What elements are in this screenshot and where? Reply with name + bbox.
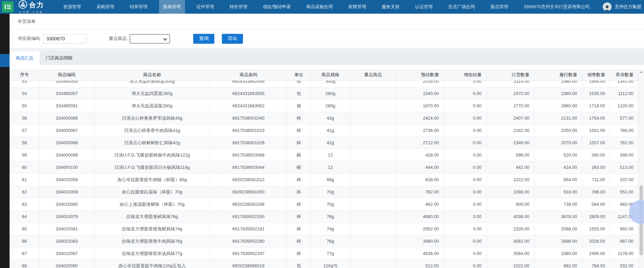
tab[interactable]: 商品汇总 [10,51,40,65]
cell-stock-qty: 1112.00 [610,88,638,99]
table-row[interactable]: 53333490053博大无盐钙铁锌面300g6924331682459包300… [10,81,644,88]
cell-seq: 59 [10,149,40,161]
cell-unit: 杯 [287,211,311,223]
column-header-product-name: 商品名称 [94,69,210,80]
cell-product-code: 334000086 [40,112,94,124]
cell-estimate-qty: 4680.00 [396,211,444,223]
nav-item[interactable]: 服务支持 [377,0,403,14]
table-row[interactable]: 62334010059农心拉面辣白菜味（杯面）70g6920238081050杯… [10,186,644,198]
nav-item[interactable]: 认证管理 [411,0,437,14]
cell-fulfilled-qty: 2960.00 [534,81,582,87]
cell-unit: 杯 [287,124,311,136]
cell-barcode: 6917935002150 [210,211,287,223]
cell-spec: 74g [311,223,350,235]
nav-item[interactable]: 商品采购合同 [302,0,337,14]
sidebar-active-indicator[interactable] [0,54,10,67]
column-header-spec: 商品规格 [311,69,350,80]
table-row[interactable]: 67334010087合味道方便面猪骨浓汤风味77g6917935002297杯… [10,247,644,260]
cell-focus-product [350,88,396,99]
cell-stock-qty: 766.00 [610,124,638,136]
table-row[interactable]: 65334010081合味道方便面香辣海鲜风味74g6917935002181杯… [10,223,644,235]
logo: 合力 合为贵 力无限 [18,0,44,14]
nav-item[interactable]: 采购管理 [92,0,118,14]
table-row[interactable]: 61334010058农心辛拉面香茹牛肉味（杯面）65g692023808101… [10,174,644,186]
cell-fulfilled-qty: 738.00 [534,198,582,210]
cell-added-estimate-qty: 0.00 [444,112,487,124]
query-button[interactable]: 查询 [193,34,214,44]
hamburger-icon [5,4,11,10]
table-row[interactable]: 68334020090农心辛拉面香菇牛肉味120g五包入692023806601… [10,260,644,268]
collapsed-sidebar[interactable] [0,14,10,268]
cell-sales-qty: 711.00 [582,174,610,186]
cell-unit: 杯 [287,186,311,198]
cell-sales-qty: 584.00 [582,198,610,210]
table-row[interactable]: 58334000088日清点心杯鲜鲜虾仁风味42g6917536001026杯4… [10,137,644,149]
cell-product-code: 334010079 [40,211,94,223]
user-name[interactable]: 贵州合力集团 [615,4,641,10]
top-navigation-bar: 合力 合为贵 力无限 资源管理采购管理结算管理报表管理证件管理特价管理借款/预结… [0,0,644,14]
nav-item[interactable]: 证件管理 [192,0,218,14]
supplier-code-input[interactable] [43,34,86,43]
focus-product-select[interactable] [130,34,170,43]
table-row[interactable]: 63334010060农心上海汤面海鲜味（杯面）70g6920238081036… [10,198,644,211]
cell-sales-qty: 1999.00 [582,81,610,87]
cell-spec: 43g [311,112,350,124]
export-button[interactable]: 导出 [222,34,243,44]
cell-stock-qty: 551.00 [610,186,638,198]
table-row[interactable]: 66334010083合味道方便面香辣牛肉风味76g6917935002280杯… [10,235,644,247]
person-icon [603,4,611,11]
table-row[interactable]: 59334000099日清U.F.O.飞碟炒面铁板牛肉风味122g6917536… [10,149,644,161]
nav-item[interactable]: 生活广场合同 [444,0,479,14]
cell-product-name: 博大无盐鸡蛋面280g [94,88,210,99]
nav-item[interactable]: 报表管理 [159,0,185,14]
table-row[interactable]: 60334000100日清U.F.O.飞碟炒面四川火锅风味118g6917536… [10,161,644,174]
cell-spec: 76g [311,211,350,223]
cell-product-name: 日清点心杯香香牛肉风味41g [94,124,210,136]
cell-product-code: 333490057 [40,88,94,99]
column-header-barcode: 商品条码 [210,69,287,80]
cell-estimate-qty: 3480.00 [396,235,444,247]
cell-estimate-qty: 1870.00 [396,100,444,112]
table-row[interactable]: 64334010079合味道方便面海鲜风味76g6917935002150杯76… [10,211,644,223]
nav-item[interactable]: 结算管理 [126,0,152,14]
nav-item[interactable]: 借款/预结申请 [259,0,295,14]
cell-barcode: 6924331682459 [210,81,287,87]
cell-product-name: 农心上海汤面海鲜味（杯面）70g [94,198,210,210]
cell-added-estimate-qty: 0.00 [444,149,487,161]
cell-seq: 58 [10,137,40,149]
cell-stock-qty: 1220.00 [610,100,638,112]
cell-product-name: 博大无盐蔬菜面280g [94,100,210,112]
cell-product-code: 334010059 [40,186,94,198]
cell-sales-qty: 2028.00 [582,235,610,247]
breadcrumb-bar: 年货清单 [10,14,644,29]
cell-order-qty: 2770.00 [487,100,534,112]
cell-focus-product [350,247,396,259]
table-scrollbar[interactable]: ▲ [638,69,644,268]
nav-item[interactable]: 权限管理 [344,0,370,14]
tab[interactable]: 门店商品明细 [40,51,78,65]
cell-fulfilled-qty: 2088.00 [534,223,582,235]
cell-fulfilled-qty: 2131.00 [534,112,582,124]
cell-product-name: 合味道方便面猪骨浓汤风味77g [94,247,210,259]
scroll-up-arrow-icon[interactable]: ▲ [639,69,644,75]
nav-item[interactable]: 特价管理 [226,0,252,14]
table-row[interactable]: 56334000086日清点心杯美美罗宋汤风味43g6917536001040杯… [10,112,644,124]
table-row[interactable]: 57334000087日清点心杯香香牛肉风味41g6917536001019杯4… [10,124,644,137]
nav-item[interactable]: 新品管理 [486,0,512,14]
cell-sales-qty: 784.00 [582,260,610,268]
cell-product-code: 334010081 [40,223,94,235]
cell-unit: 包 [287,260,311,268]
cell-spec: 12 [311,149,350,161]
cell-product-code: 334000100 [40,161,94,173]
nav-item[interactable]: 3300670贵州天丰行贸易有限公司 [519,0,594,14]
cell-barcode: 6924331683562 [210,100,287,112]
cell-estimate-qty: 2736.00 [396,124,444,136]
menu-toggle-button[interactable] [2,1,14,12]
column-header-unit: 单位 [287,69,311,80]
nav-item[interactable]: 资源管理 [59,0,85,14]
cell-added-estimate-qty: 0.00 [444,81,487,87]
cell-sales-qty: 1555.00 [582,223,610,235]
user-avatar[interactable] [603,2,612,11]
table-row[interactable]: 55333490091博大无盐蔬菜面280g6924331683562袋280g… [10,100,644,112]
table-row[interactable]: 54333490057博大无盐鸡蛋面280g6924331683555包280g… [10,88,644,100]
